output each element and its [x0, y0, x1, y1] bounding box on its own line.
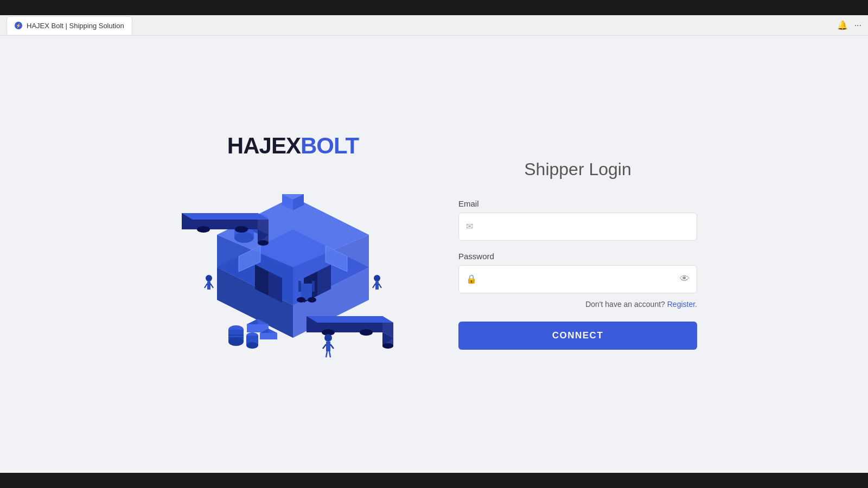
left-side: HAJEX BOLT	[171, 133, 415, 376]
svg-point-36	[197, 226, 210, 233]
logo-container: HAJEX BOLT	[227, 133, 359, 159]
password-input[interactable]	[458, 265, 697, 293]
logo-bolt: BOLT	[301, 133, 359, 159]
tab-bar-actions: 🔔 ···	[837, 20, 861, 30]
menu-icon[interactable]: ···	[854, 21, 861, 30]
svg-line-64	[330, 344, 334, 349]
svg-line-66	[329, 351, 330, 357]
browser-tab[interactable]: HAJEX Bolt | Shipping Solution	[7, 16, 132, 35]
register-link[interactable]: Register.	[667, 300, 697, 309]
password-field-group: Password 🔒 👁	[458, 252, 697, 293]
svg-line-63	[323, 344, 326, 349]
svg-marker-52	[260, 333, 277, 339]
toggle-password-icon[interactable]: 👁	[680, 273, 690, 285]
register-prompt-text: Don't have an account?	[585, 300, 665, 309]
svg-point-55	[228, 337, 244, 346]
svg-rect-68	[298, 281, 301, 292]
main-container: HAJEX BOLT	[108, 133, 760, 376]
svg-point-70	[297, 297, 305, 303]
svg-point-16	[234, 232, 254, 243]
right-side: Shipper Login Email ✉ Password 🔒	[458, 159, 697, 350]
tab-title: HAJEX Bolt | Shipping Solution	[27, 22, 124, 30]
register-link-row: Don't have an account? Register.	[458, 300, 697, 309]
illustration	[171, 170, 415, 376]
svg-line-25	[205, 284, 207, 288]
connect-button[interactable]: CONNECT	[458, 322, 697, 350]
svg-rect-62	[326, 342, 330, 351]
svg-point-27	[374, 275, 380, 281]
email-input[interactable]	[458, 213, 697, 241]
email-field-group: Email ✉	[458, 199, 697, 241]
svg-point-37	[235, 226, 248, 233]
login-title: Shipper Login	[524, 159, 631, 179]
notification-icon[interactable]: 🔔	[837, 20, 848, 30]
svg-point-61	[324, 334, 332, 342]
svg-line-29	[373, 284, 375, 288]
svg-line-30	[379, 284, 381, 288]
svg-rect-28	[375, 281, 379, 290]
svg-point-23	[206, 275, 212, 281]
logo-hajex: HAJEX	[227, 133, 301, 159]
password-label: Password	[458, 252, 697, 261]
page-content: HAJEX BOLT	[0, 36, 868, 473]
tab-bar: HAJEX Bolt | Shipping Solution 🔔 ···	[0, 15, 868, 36]
browser-top-bar	[0, 0, 868, 15]
svg-line-26	[210, 284, 213, 288]
svg-marker-33	[182, 213, 269, 220]
tab-favicon	[15, 22, 22, 29]
svg-point-71	[308, 297, 316, 303]
svg-point-46	[382, 343, 393, 349]
svg-rect-69	[312, 281, 315, 292]
browser-bottom-bar	[0, 473, 868, 488]
svg-point-60	[246, 342, 258, 349]
email-input-wrapper: ✉	[458, 213, 697, 241]
svg-point-45	[360, 329, 373, 336]
form-container: Email ✉ Password 🔒 👁	[458, 199, 697, 350]
password-input-wrapper: 🔒 👁	[458, 265, 697, 293]
email-label: Email	[458, 199, 697, 208]
svg-marker-41	[307, 316, 393, 323]
svg-line-65	[326, 351, 327, 357]
svg-rect-24	[207, 281, 210, 290]
svg-point-38	[258, 240, 269, 246]
